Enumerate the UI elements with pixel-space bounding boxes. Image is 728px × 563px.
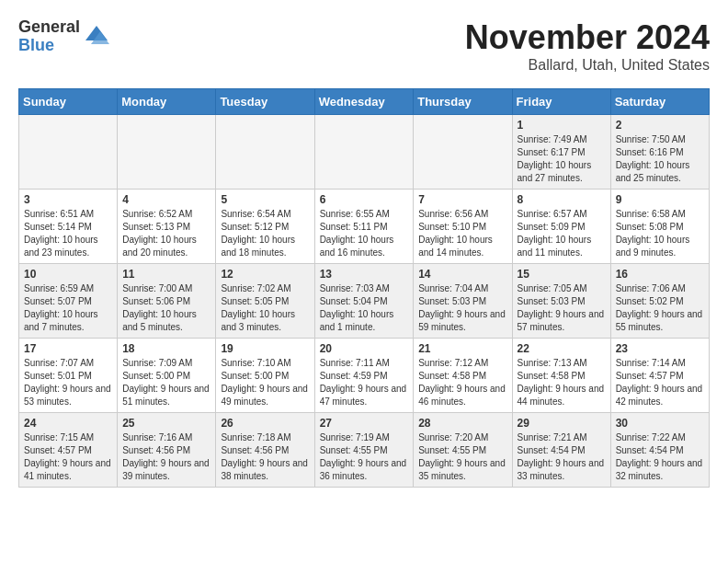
day-info: Sunrise: 7:13 AM Sunset: 4:58 PM Dayligh… bbox=[518, 357, 606, 408]
day-number: 5 bbox=[221, 193, 309, 206]
calendar-day-cell: 20Sunrise: 7:11 AM Sunset: 4:59 PM Dayli… bbox=[314, 339, 414, 413]
calendar-day-cell: 10Sunrise: 6:59 AM Sunset: 5:07 PM Dayli… bbox=[19, 264, 118, 339]
day-info: Sunrise: 7:03 AM Sunset: 5:04 PM Dayligh… bbox=[320, 282, 409, 334]
calendar-header-sunday: Sunday bbox=[19, 89, 118, 115]
day-info: Sunrise: 7:50 AM Sunset: 6:16 PM Dayligh… bbox=[616, 133, 704, 185]
logo-icon bbox=[82, 22, 111, 52]
day-number: 7 bbox=[418, 193, 506, 206]
day-info: Sunrise: 7:11 AM Sunset: 4:59 PM Dayligh… bbox=[320, 357, 409, 408]
day-number: 29 bbox=[518, 417, 606, 430]
title-block: November 2024 Ballard, Utah, United Stat… bbox=[465, 18, 710, 74]
day-info: Sunrise: 7:12 AM Sunset: 4:58 PM Dayligh… bbox=[418, 357, 506, 408]
day-number: 18 bbox=[122, 342, 210, 355]
day-number: 25 bbox=[122, 417, 210, 430]
day-number: 19 bbox=[221, 342, 309, 355]
day-info: Sunrise: 7:00 AM Sunset: 5:06 PM Dayligh… bbox=[122, 282, 210, 334]
calendar-day-cell bbox=[414, 115, 512, 190]
day-info: Sunrise: 7:18 AM Sunset: 4:56 PM Dayligh… bbox=[221, 431, 309, 483]
day-info: Sunrise: 6:52 AM Sunset: 5:13 PM Dayligh… bbox=[122, 208, 210, 259]
day-info: Sunrise: 6:55 AM Sunset: 5:11 PM Dayligh… bbox=[320, 208, 409, 259]
calendar-day-cell: 14Sunrise: 7:04 AM Sunset: 5:03 PM Dayli… bbox=[414, 264, 512, 339]
day-number: 27 bbox=[320, 417, 409, 430]
calendar-day-cell: 5Sunrise: 6:54 AM Sunset: 5:12 PM Daylig… bbox=[216, 190, 314, 264]
day-number: 17 bbox=[24, 342, 112, 355]
day-number: 30 bbox=[616, 417, 704, 430]
calendar-week-row: 1Sunrise: 7:49 AM Sunset: 6:17 PM Daylig… bbox=[19, 115, 710, 190]
day-info: Sunrise: 7:05 AM Sunset: 5:03 PM Dayligh… bbox=[518, 282, 606, 334]
calendar-day-cell bbox=[19, 115, 118, 190]
day-info: Sunrise: 6:51 AM Sunset: 5:14 PM Dayligh… bbox=[24, 208, 112, 259]
logo-general: General bbox=[18, 18, 80, 37]
day-info: Sunrise: 6:59 AM Sunset: 5:07 PM Dayligh… bbox=[24, 282, 112, 334]
calendar-day-cell: 28Sunrise: 7:20 AM Sunset: 4:55 PM Dayli… bbox=[414, 413, 512, 488]
day-number: 21 bbox=[418, 342, 506, 355]
calendar-header-tuesday: Tuesday bbox=[216, 89, 314, 115]
day-info: Sunrise: 6:58 AM Sunset: 5:08 PM Dayligh… bbox=[616, 208, 704, 259]
day-number: 4 bbox=[122, 193, 210, 206]
calendar-day-cell: 17Sunrise: 7:07 AM Sunset: 5:01 PM Dayli… bbox=[19, 339, 118, 413]
day-info: Sunrise: 7:16 AM Sunset: 4:56 PM Dayligh… bbox=[122, 431, 210, 483]
day-info: Sunrise: 7:22 AM Sunset: 4:54 PM Dayligh… bbox=[616, 431, 704, 483]
day-info: Sunrise: 7:15 AM Sunset: 4:57 PM Dayligh… bbox=[24, 431, 112, 483]
calendar-day-cell: 26Sunrise: 7:18 AM Sunset: 4:56 PM Dayli… bbox=[216, 413, 314, 488]
day-info: Sunrise: 7:10 AM Sunset: 5:00 PM Dayligh… bbox=[221, 357, 309, 408]
calendar-day-cell: 15Sunrise: 7:05 AM Sunset: 5:03 PM Dayli… bbox=[512, 264, 610, 339]
day-info: Sunrise: 7:19 AM Sunset: 4:55 PM Dayligh… bbox=[320, 431, 409, 483]
calendar-week-row: 3Sunrise: 6:51 AM Sunset: 5:14 PM Daylig… bbox=[19, 190, 710, 264]
day-number: 16 bbox=[616, 268, 704, 281]
calendar-day-cell: 13Sunrise: 7:03 AM Sunset: 5:04 PM Dayli… bbox=[314, 264, 414, 339]
calendar-day-cell: 22Sunrise: 7:13 AM Sunset: 4:58 PM Dayli… bbox=[512, 339, 610, 413]
location: Ballard, Utah, United States bbox=[465, 57, 710, 74]
calendar-header-saturday: Saturday bbox=[610, 89, 709, 115]
calendar-day-cell bbox=[118, 115, 216, 190]
calendar-day-cell: 30Sunrise: 7:22 AM Sunset: 4:54 PM Dayli… bbox=[610, 413, 709, 488]
calendar-day-cell bbox=[314, 115, 414, 190]
day-number: 14 bbox=[418, 268, 506, 281]
day-number: 28 bbox=[418, 417, 506, 430]
day-number: 9 bbox=[616, 193, 704, 206]
calendar-day-cell: 16Sunrise: 7:06 AM Sunset: 5:02 PM Dayli… bbox=[610, 264, 709, 339]
calendar-day-cell: 7Sunrise: 6:56 AM Sunset: 5:10 PM Daylig… bbox=[414, 190, 512, 264]
day-number: 23 bbox=[616, 342, 704, 355]
logo: General Blue bbox=[18, 18, 111, 55]
calendar-day-cell: 25Sunrise: 7:16 AM Sunset: 4:56 PM Dayli… bbox=[118, 413, 216, 488]
day-info: Sunrise: 7:02 AM Sunset: 5:05 PM Dayligh… bbox=[221, 282, 309, 334]
calendar-week-row: 24Sunrise: 7:15 AM Sunset: 4:57 PM Dayli… bbox=[19, 413, 710, 488]
day-number: 24 bbox=[24, 417, 112, 430]
day-info: Sunrise: 7:14 AM Sunset: 4:57 PM Dayligh… bbox=[616, 357, 704, 408]
day-info: Sunrise: 7:21 AM Sunset: 4:54 PM Dayligh… bbox=[518, 431, 606, 483]
month-title: November 2024 bbox=[465, 18, 710, 57]
day-info: Sunrise: 7:20 AM Sunset: 4:55 PM Dayligh… bbox=[418, 431, 506, 483]
day-number: 2 bbox=[616, 119, 704, 132]
calendar-header-monday: Monday bbox=[118, 89, 216, 115]
logo-blue: Blue bbox=[18, 37, 80, 55]
calendar-day-cell: 23Sunrise: 7:14 AM Sunset: 4:57 PM Dayli… bbox=[610, 339, 709, 413]
day-info: Sunrise: 7:04 AM Sunset: 5:03 PM Dayligh… bbox=[418, 282, 506, 334]
calendar-day-cell: 21Sunrise: 7:12 AM Sunset: 4:58 PM Dayli… bbox=[414, 339, 512, 413]
calendar-day-cell: 8Sunrise: 6:57 AM Sunset: 5:09 PM Daylig… bbox=[512, 190, 610, 264]
calendar-day-cell: 1Sunrise: 7:49 AM Sunset: 6:17 PM Daylig… bbox=[512, 115, 610, 190]
calendar-table: SundayMondayTuesdayWednesdayThursdayFrid… bbox=[18, 88, 710, 488]
calendar-day-cell bbox=[216, 115, 314, 190]
calendar-day-cell: 29Sunrise: 7:21 AM Sunset: 4:54 PM Dayli… bbox=[512, 413, 610, 488]
day-number: 12 bbox=[221, 268, 309, 281]
day-info: Sunrise: 6:57 AM Sunset: 5:09 PM Dayligh… bbox=[518, 208, 606, 259]
day-number: 20 bbox=[320, 342, 409, 355]
day-info: Sunrise: 7:49 AM Sunset: 6:17 PM Dayligh… bbox=[518, 133, 606, 185]
day-info: Sunrise: 6:54 AM Sunset: 5:12 PM Dayligh… bbox=[221, 208, 309, 259]
day-number: 8 bbox=[518, 193, 606, 206]
calendar-day-cell: 6Sunrise: 6:55 AM Sunset: 5:11 PM Daylig… bbox=[314, 190, 414, 264]
calendar-header-row: SundayMondayTuesdayWednesdayThursdayFrid… bbox=[19, 89, 710, 115]
calendar-day-cell: 9Sunrise: 6:58 AM Sunset: 5:08 PM Daylig… bbox=[610, 190, 709, 264]
calendar-header-thursday: Thursday bbox=[414, 89, 512, 115]
day-number: 15 bbox=[518, 268, 606, 281]
day-info: Sunrise: 7:07 AM Sunset: 5:01 PM Dayligh… bbox=[24, 357, 112, 408]
day-number: 26 bbox=[221, 417, 309, 430]
day-number: 22 bbox=[518, 342, 606, 355]
calendar-day-cell: 18Sunrise: 7:09 AM Sunset: 5:00 PM Dayli… bbox=[118, 339, 216, 413]
day-info: Sunrise: 7:06 AM Sunset: 5:02 PM Dayligh… bbox=[616, 282, 704, 334]
day-number: 1 bbox=[518, 119, 606, 132]
calendar-day-cell: 4Sunrise: 6:52 AM Sunset: 5:13 PM Daylig… bbox=[118, 190, 216, 264]
day-number: 11 bbox=[122, 268, 210, 281]
calendar-day-cell: 11Sunrise: 7:00 AM Sunset: 5:06 PM Dayli… bbox=[118, 264, 216, 339]
